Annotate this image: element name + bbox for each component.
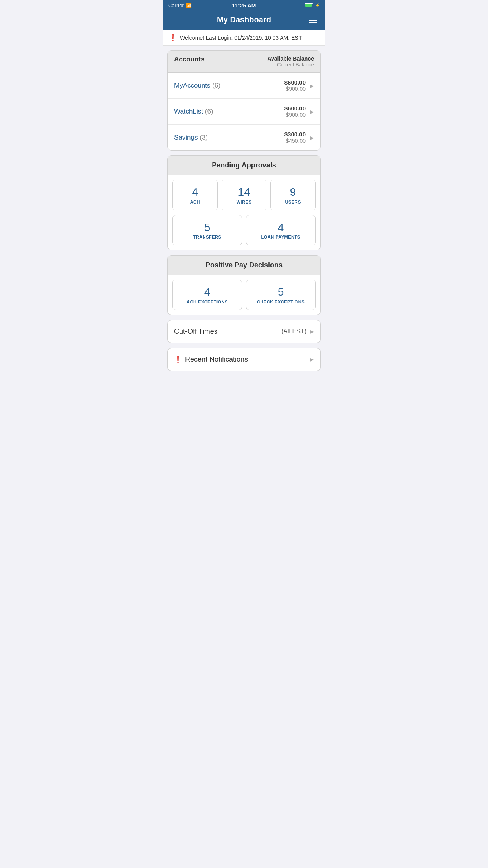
account-name-watchlist: WatchList (6) [174,108,213,116]
cutoff-times-right: (All EST) ▶ [281,328,314,335]
main-content: Accounts Available Balance Current Balan… [163,46,325,376]
recent-notifications-label: Recent Notifications [185,355,248,364]
savings-available: $300.00 [284,131,306,138]
approval-item-ach-exceptions[interactable]: 4 ACH EXCEPTIONS [172,280,242,310]
cutoff-times-label: Cut-Off Times [174,327,218,336]
ach-label: ACH [176,200,214,204]
current-balance-header: Current Balance [267,62,314,68]
recent-notifications-chevron: ▶ [310,356,314,362]
myaccounts-chevron: ▶ [310,83,314,89]
hamburger-line-2 [309,20,317,21]
accounts-header: Accounts Available Balance Current Balan… [168,51,320,73]
available-balance-header: Available Balance [267,55,314,62]
notif-alert-icon: ❗ [174,356,182,363]
bolt-icon: ⚡ [315,3,320,7]
check-exceptions-label: CHECK EXCEPTIONS [250,300,312,304]
recent-notifications-row[interactable]: ❗ Recent Notifications ▶ [168,348,320,371]
positive-pay-grid: 4 ACH EXCEPTIONS 5 CHECK EXCEPTIONS [168,275,320,315]
watchlist-chevron: ▶ [310,108,314,115]
loan-payments-count: 4 [250,221,312,234]
approval-item-check-exceptions[interactable]: 5 CHECK EXCEPTIONS [246,280,316,310]
approval-item-users[interactable]: 9 USERS [270,180,316,210]
approval-item-ach[interactable]: 4 ACH [172,180,218,210]
wires-count: 14 [225,186,263,199]
pending-approvals-top-grid: 4 ACH 14 WIRES 9 USERS [168,175,320,215]
welcome-bar: ❗ Welcome! Last Login: 01/24/2019, 10:03… [163,30,325,46]
carrier-label: Carrier [168,2,184,8]
watchlist-current: $900.00 [284,112,306,118]
account-row-savings[interactable]: Savings (3) $300.00 $450.00 ▶ [168,125,320,150]
pending-approvals-bottom-grid: 5 TRANSFERS 4 LOAN PAYMENTS [168,215,320,250]
cutoff-times-row[interactable]: Cut-Off Times (All EST) ▶ [168,320,320,343]
cutoff-times-chevron: ▶ [310,328,314,335]
account-balances-watchlist: $600.00 $900.00 ▶ [284,105,314,118]
wires-label: WIRES [225,200,263,204]
myaccounts-current: $900.00 [284,86,306,92]
alert-icon: ❗ [169,34,177,41]
check-exceptions-count: 5 [250,285,312,299]
hamburger-line-3 [309,22,317,23]
users-label: USERS [274,200,312,204]
approval-item-wires[interactable]: 14 WIRES [222,180,267,210]
account-balances-myaccounts: $600.00 $900.00 ▶ [284,79,314,92]
ach-exceptions-count: 4 [176,285,238,299]
account-balances-savings: $300.00 $450.00 ▶ [284,131,314,144]
pending-approvals-card: Pending Approvals 4 ACH 14 WIRES 9 USERS… [167,155,321,250]
balance-header-group: Available Balance Current Balance [267,55,314,68]
recent-notifications-card[interactable]: ❗ Recent Notifications ▶ [167,348,321,371]
wifi-icon: 📶 [186,3,192,8]
myaccounts-available: $600.00 [284,79,306,86]
notif-left: ❗ Recent Notifications [174,355,248,364]
approval-item-loan-payments[interactable]: 4 LOAN PAYMENTS [246,215,316,246]
hamburger-line-1 [309,18,317,18]
positive-pay-card: Positive Pay Decisions 4 ACH EXCEPTIONS … [167,255,321,315]
accounts-card: Accounts Available Balance Current Balan… [167,50,321,151]
positive-pay-title: Positive Pay Decisions [168,256,320,275]
welcome-message: Welcome! Last Login: 01/24/2019, 10:03 A… [180,35,302,41]
ach-count: 4 [176,186,214,199]
status-bar-right: ⚡ [305,3,320,7]
nav-bar: My Dashboard [163,11,325,30]
approval-item-transfers[interactable]: 5 TRANSFERS [172,215,242,246]
savings-chevron: ▶ [310,134,314,141]
cutoff-times-card[interactable]: Cut-Off Times (All EST) ▶ [167,320,321,343]
ach-exceptions-label: ACH EXCEPTIONS [176,300,238,304]
account-name-savings: Savings (3) [174,134,208,142]
savings-current: $450.00 [284,138,306,144]
users-count: 9 [274,186,312,199]
status-bar: Carrier 📶 11:25 AM ⚡ [163,0,325,11]
status-bar-time: 11:25 AM [232,2,256,9]
battery-icon [305,3,313,7]
page-title: My Dashboard [217,15,271,24]
menu-button[interactable] [307,16,319,25]
transfers-label: TRANSFERS [176,235,238,239]
account-row-myaccounts[interactable]: MyAccounts (6) $600.00 $900.00 ▶ [168,73,320,99]
account-name-myaccounts: MyAccounts (6) [174,82,220,90]
watchlist-available: $600.00 [284,105,306,112]
pending-approvals-title: Pending Approvals [168,156,320,175]
loan-payments-label: LOAN PAYMENTS [250,235,312,239]
cutoff-times-est: (All EST) [281,328,306,335]
status-bar-left: Carrier 📶 [168,2,192,8]
accounts-title: Accounts [174,55,204,63]
transfers-count: 5 [176,221,238,234]
account-row-watchlist[interactable]: WatchList (6) $600.00 $900.00 ▶ [168,99,320,125]
